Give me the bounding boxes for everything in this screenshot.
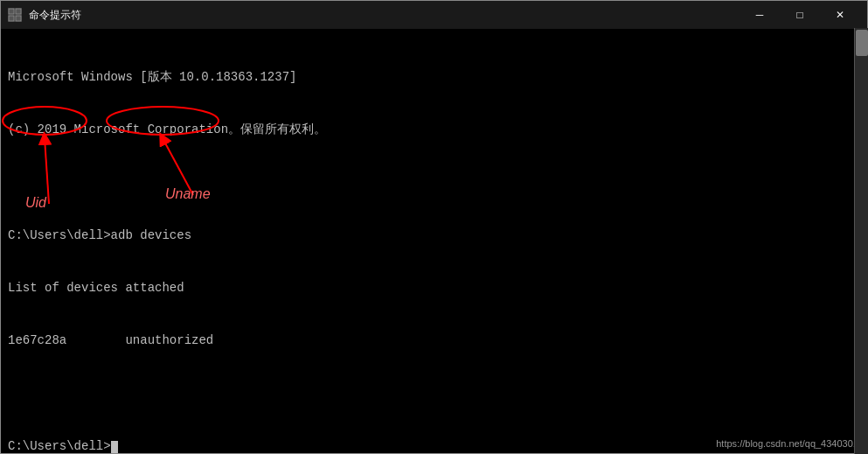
close-button[interactable]: ✕ <box>820 1 860 29</box>
terminal-line-4: C:\Users\dell>adb devices <box>8 227 860 245</box>
svg-rect-0 <box>9 9 14 14</box>
title-bar: 命令提示符 ─ □ ✕ <box>1 1 867 29</box>
terminal-body[interactable]: Microsoft Windows [版本 10.0.18363.1237] (… <box>1 29 867 453</box>
cmd-window: 命令提示符 ─ □ ✕ Microsoft Windows [版本 10.0.1… <box>0 0 868 454</box>
svg-rect-2 <box>9 16 14 21</box>
scrollbar-thumb[interactable] <box>856 30 868 56</box>
svg-rect-3 <box>16 16 21 21</box>
terminal-output: Microsoft Windows [版本 10.0.18363.1237] (… <box>8 34 860 453</box>
svg-rect-1 <box>16 9 21 14</box>
window-controls: ─ □ ✕ <box>740 1 860 29</box>
window-icon <box>8 8 22 22</box>
minimize-button[interactable]: ─ <box>740 1 780 29</box>
scrollbar[interactable] <box>854 28 868 454</box>
terminal-line-7 <box>8 384 860 402</box>
maximize-button[interactable]: □ <box>780 1 820 29</box>
terminal-line-2: (c) 2019 Microsoft Corporation。保留所有权利。 <box>8 121 860 139</box>
watermark: https://blog.csdn.net/qq_434030... <box>713 437 864 450</box>
terminal-line-5: List of devices attached <box>8 279 860 297</box>
terminal-line-3 <box>8 174 860 192</box>
terminal-line-6: 1e67c28a unauthorized <box>8 332 860 350</box>
window-title: 命令提示符 <box>29 8 740 23</box>
terminal-line-1: Microsoft Windows [版本 10.0.18363.1237] <box>8 68 860 87</box>
